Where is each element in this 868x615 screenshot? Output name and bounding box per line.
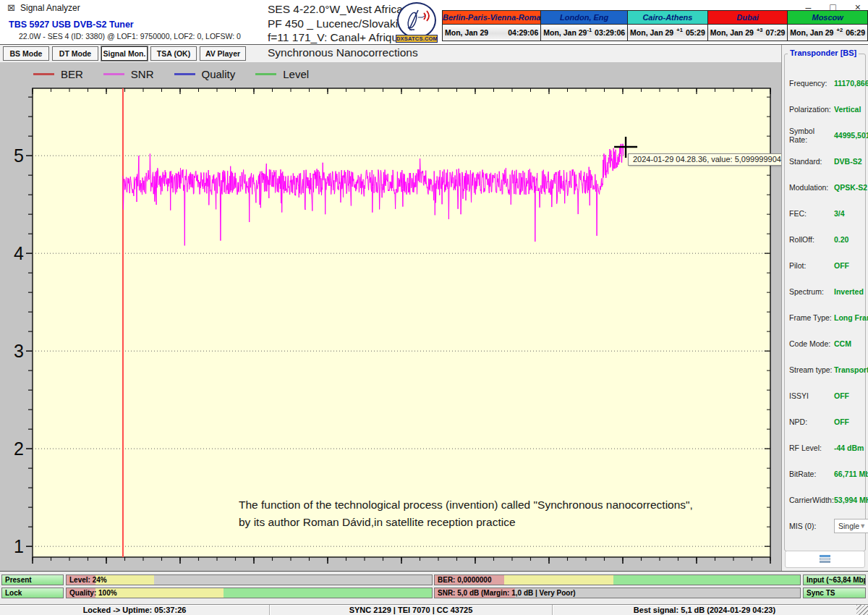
clock-city-label: Moscow xyxy=(788,11,867,25)
clock-date: Mon, Jan 29 xyxy=(543,28,587,37)
logo-text: DXSATCS.COM xyxy=(396,35,438,43)
transponder-row: Code Mode:CCM xyxy=(789,331,865,357)
transponder-label: BitRate: xyxy=(789,470,834,478)
signal-analyzer-window: ⊠ Signal Analyzer – □ × TBS 5927 USB DVB… xyxy=(0,0,868,615)
process-title: Synchronous Nanocorrections xyxy=(268,46,418,59)
transponder-row: Stream type:Transport xyxy=(789,357,865,383)
transponder-value: OFF xyxy=(834,391,849,400)
snr-bar: SNR: 5,0 dB (Margin: 1,0 dB | Very Poor) xyxy=(434,588,801,598)
mis-label: MIS (0): xyxy=(789,522,834,530)
clock-time-row: Mon, Jan 29+307:29 xyxy=(708,25,788,41)
meter-zone xyxy=(224,588,432,598)
clock-time: 06:29 xyxy=(846,28,865,37)
y-axis-tick-label: 5 xyxy=(14,145,24,166)
meter-text: BER: 0,0000000 xyxy=(438,575,492,585)
resize-grip[interactable] xyxy=(856,605,868,615)
window-title: Signal Analyzer xyxy=(20,3,80,13)
y-axis-tick-label: 3 xyxy=(14,341,24,361)
window-header: ⊠ Signal Analyzer – □ × TBS 5927 USB DVB… xyxy=(0,0,868,45)
transponder-value: OFF xyxy=(834,261,849,270)
lock-indicator: Lock xyxy=(1,588,64,598)
transponder-label: Pilot: xyxy=(789,261,834,270)
quality-bar: Quality: 100% xyxy=(66,588,433,598)
mis-value: Single xyxy=(838,522,859,530)
status-meters: PresentLevel: 24%BER: 0,0000000Input (~6… xyxy=(0,572,868,604)
list-icon xyxy=(820,555,830,564)
world-clock: London, EngMon, Jan 29-103:29:06 xyxy=(540,10,628,41)
transponder-label: Frame Type: xyxy=(789,313,834,322)
transponder-value: DVB-S2 xyxy=(834,157,862,166)
world-clock: Berlin-Paris-Vienna-RomaMon, Jan 2904:29… xyxy=(442,10,541,41)
tab-tsa-ok-[interactable]: TSA (OK) xyxy=(150,46,197,61)
clock-utc-offset: +1 xyxy=(676,27,683,33)
transponder-value: Long Frame xyxy=(834,313,868,322)
transponder-row: BitRate:66,711 Mbit/s xyxy=(789,461,865,487)
transponder-value: 66,711 Mbit/s xyxy=(834,470,868,478)
tuner-details: 22.0W - SES 4 (ID: 3380) @ LOF1: 9750000… xyxy=(19,32,241,41)
input-indicator: Input (~63,84 Mbps) xyxy=(803,574,866,585)
clock-date: Mon, Jan 29 xyxy=(790,28,836,37)
transponder-row: Standard:DVB-S2 xyxy=(789,148,865,174)
clock-time-row: Mon, Jan 29+206:29 xyxy=(788,25,867,41)
meter-text: SNR: 5,0 dB (Margin: 1,0 dB | Very Poor) xyxy=(438,588,576,598)
transponder-groupbox: Transponder [BS] Frequency:11170,866 MHz… xyxy=(784,54,866,551)
tab-av-player[interactable]: AV Player xyxy=(200,46,246,61)
statusbar-sync-counters: SYNC 2129 | TEI 7070 | CC 43725 xyxy=(269,605,552,615)
transponder-row: RF Level:-44 dBm xyxy=(789,435,865,461)
clock-date: Mon, Jan 29 xyxy=(630,28,676,37)
dish-location: PF 450 _ Lucenec/Slovakia xyxy=(268,17,404,31)
meter-text: Level: 24% xyxy=(69,575,107,585)
statusbar-uptime: Locked -> Uptime: 05:37:26 xyxy=(0,605,269,615)
satellite-info: SES 4-22.0°W_West Africa PF 450 _ Lucene… xyxy=(268,2,404,45)
clock-time-row: Mon, Jan 2904:29:06 xyxy=(443,25,540,41)
transponder-label: Code Mode: xyxy=(789,339,834,348)
transponder-label: Modulation: xyxy=(789,183,834,192)
panel-toggle-button[interactable] xyxy=(785,551,865,568)
transponder-row: CarrierWidth:53,994 MHz xyxy=(789,487,865,513)
transponder-label: CarrierWidth: xyxy=(789,496,834,504)
signal-chart-region[interactable]: BERSNRQualityLevel 12345 2024-01-29 04.2… xyxy=(0,62,781,571)
transponder-label: RollOff: xyxy=(789,235,834,244)
clock-date: Mon, Jan 29 xyxy=(710,28,757,37)
transponder-value: -44 dBm xyxy=(834,444,864,452)
mis-row: MIS (0): Single ▼ xyxy=(789,519,865,533)
transponder-label: NPD: xyxy=(789,417,834,426)
meter-zone xyxy=(154,575,432,585)
clock-time: 03:29:06 xyxy=(595,28,625,37)
transponder-value: Transport xyxy=(834,365,868,374)
mode-tabs: BS ModeDT ModeSignal Mon.TSA (OK)AV Play… xyxy=(0,45,781,62)
tuner-name: TBS 5927 USB DVB-S2 Tuner xyxy=(9,20,134,30)
clock-utc-offset: -1 xyxy=(587,27,592,33)
y-axis-tick-label: 2 xyxy=(14,438,24,459)
transponder-row: Spectrum:Inverted xyxy=(789,279,865,305)
transponder-value: 3/4 xyxy=(834,209,845,218)
transponder-row: Frequency:11170,866 MHz xyxy=(789,70,865,96)
transponder-label: Standard: xyxy=(789,157,834,166)
transponder-row: FEC:3/4 xyxy=(789,200,865,226)
tab-signal-mon-[interactable]: Signal Mon. xyxy=(101,46,148,61)
transponder-value: OFF xyxy=(834,417,849,426)
sync-ts-indicator: Sync TS xyxy=(803,588,866,598)
transponder-value: 11170,866 MHz xyxy=(834,79,868,88)
transponder-label: FEC: xyxy=(789,209,834,218)
tab-dt-mode[interactable]: DT Mode xyxy=(52,46,98,61)
y-axis-tick-label: 1 xyxy=(14,536,24,556)
transponder-label: Polarization: xyxy=(789,105,834,114)
transponder-row: Modulation:QPSK-S2 xyxy=(789,174,865,200)
clock-time: 05:29 xyxy=(686,28,705,37)
mis-select[interactable]: Single ▼ xyxy=(834,519,868,533)
frequency-channel: f=11 171_V: Canal+ Afrique xyxy=(268,30,404,45)
satellite-name: SES 4-22.0°W_West Africa xyxy=(268,2,404,17)
meter-text: Quality: 100% xyxy=(69,588,117,598)
transponder-label: Frequency: xyxy=(789,79,834,88)
tab-bs-mode[interactable]: BS Mode xyxy=(3,46,49,61)
signal-chart[interactable]: 12345 xyxy=(0,62,781,572)
transponder-row: Pilot:OFF xyxy=(789,253,865,279)
transponder-value: 53,994 MHz xyxy=(834,496,868,504)
transponder-value: Inverted xyxy=(834,287,864,296)
clock-utc-offset: +3 xyxy=(757,27,763,33)
transponder-row: Symbol Rate:44995,501 KS/s xyxy=(789,122,865,148)
transponder-label: RF Level: xyxy=(789,444,834,452)
clock-time-row: Mon, Jan 29+105:29 xyxy=(628,25,707,41)
clock-time: 07:29 xyxy=(766,28,786,37)
